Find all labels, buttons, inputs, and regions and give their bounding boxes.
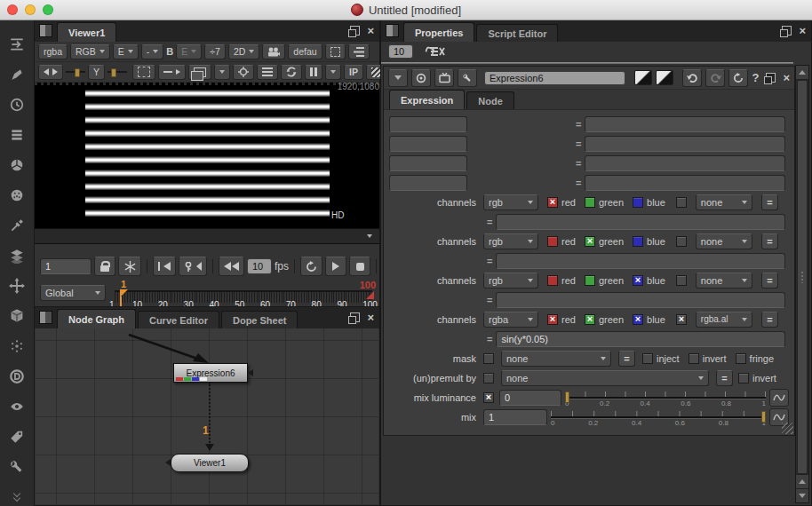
scroll-up-button-bottom[interactable] (796, 474, 808, 488)
red-checkbox[interactable]: × (547, 314, 558, 325)
slider-handle[interactable] (565, 391, 569, 403)
alpha-checkbox[interactable]: × (676, 314, 687, 325)
crosshair-button[interactable] (233, 65, 254, 80)
gamma-slider[interactable] (107, 67, 127, 76)
extra-channel-dropdown[interactable]: none (696, 273, 752, 289)
close-panel-icon[interactable]: × (799, 27, 806, 36)
toolbar-deep-icon[interactable] (6, 366, 28, 387)
input-b-dropdown[interactable]: E (176, 44, 202, 59)
toolbar-transform-icon[interactable] (6, 275, 28, 296)
channel-set-dropdown[interactable]: rgb (483, 194, 538, 210)
var-name-input[interactable] (389, 155, 467, 171)
mask-expression-button[interactable]: = (618, 351, 635, 367)
mask-channel-dropdown[interactable]: none (501, 351, 611, 367)
extra-channel-dropdown[interactable]: none (696, 194, 752, 210)
toolbar-views-icon[interactable] (6, 396, 28, 417)
refresh-button[interactable] (281, 65, 302, 80)
blue-checkbox[interactable]: × (633, 275, 643, 286)
range-end-marker[interactable] (366, 291, 374, 299)
node-viewer1[interactable]: Viewer1 (171, 454, 249, 472)
play-backward-button[interactable] (219, 257, 244, 276)
close-node-panel-icon[interactable]: × (783, 74, 790, 83)
expression-input-0[interactable] (496, 214, 785, 230)
mix-luminance-slider[interactable]: 00.20.40.60.81 (565, 390, 766, 406)
green-checkbox[interactable]: × (585, 236, 595, 247)
var-value-input[interactable] (585, 116, 785, 132)
red-checkbox[interactable]: × (547, 197, 558, 208)
blue-checkbox[interactable] (633, 197, 643, 208)
camera-button[interactable] (262, 44, 285, 59)
toolbar-image-icon[interactable] (6, 34, 28, 55)
fps-input[interactable] (247, 258, 272, 274)
toolbar-keyer-icon[interactable] (6, 215, 28, 236)
expression-edit-button[interactable]: = (761, 273, 778, 289)
green-checkbox[interactable]: × (585, 314, 595, 325)
tab-curve-editor[interactable]: Curve Editor (138, 311, 219, 328)
expression-edit-button[interactable]: = (761, 233, 778, 249)
view-dimension-dropdown[interactable]: 2D (228, 44, 259, 59)
invert-mask-checkbox[interactable] (689, 353, 699, 364)
panel-menu-icon[interactable] (39, 311, 52, 324)
mix-luminance-input[interactable] (499, 390, 561, 406)
viewer-input-arrow-icon[interactable] (165, 459, 171, 466)
extra-channel-checkbox[interactable] (676, 275, 687, 286)
lock-range-button[interactable] (94, 257, 115, 276)
var-value-input[interactable] (585, 155, 785, 171)
expression-edit-button[interactable]: = (761, 312, 778, 328)
tab-script-editor[interactable]: Script Editor (476, 24, 558, 42)
luminance-button[interactable]: Y (88, 65, 105, 80)
expression-edit-button[interactable]: = (761, 194, 778, 210)
max-panels-input[interactable] (388, 44, 413, 59)
wipe-mode-dropdown[interactable]: - (141, 44, 164, 59)
mix-luminance-curve-button[interactable] (769, 389, 789, 407)
toolbar-merge-icon[interactable] (6, 245, 28, 266)
roi-select-button[interactable] (132, 65, 155, 80)
viewer-lut-dropdown[interactable]: defau (288, 44, 322, 59)
proxy-button[interactable] (188, 65, 211, 80)
panel-color-swatch[interactable] (656, 70, 673, 85)
previous-keyframe-button[interactable] (179, 257, 207, 276)
expression-input-1[interactable] (496, 253, 785, 269)
input-a-dropdown[interactable]: E (113, 44, 139, 59)
properties-scrollbar[interactable] (795, 65, 809, 503)
mask-checkbox[interactable] (483, 353, 494, 364)
layer-dropdown[interactable]: rgba (38, 44, 68, 59)
red-checkbox[interactable] (547, 236, 558, 247)
revert-button[interactable] (728, 69, 748, 87)
channel-set-dropdown[interactable]: rgb (483, 273, 538, 289)
nodegraph-canvas[interactable]: 1 Expression6 Viewer1 (36, 328, 378, 504)
channel-set-dropdown[interactable]: rgba (483, 312, 538, 328)
toolbar-channel-icon[interactable] (6, 124, 28, 146)
stop-button[interactable] (349, 257, 370, 276)
toolbar-draw-icon[interactable] (6, 64, 28, 85)
mix-slider[interactable]: 00.20.40.60.81 (551, 409, 766, 425)
premult-channel-dropdown[interactable]: none (501, 370, 709, 386)
toolbar-more-chevron-icon[interactable] (12, 494, 22, 499)
downrez-dropdown[interactable]: ÷7 (204, 44, 226, 59)
tab-node-graph[interactable]: Node Graph (57, 309, 136, 328)
toolbar-3d-icon[interactable] (6, 305, 28, 327)
viewer-canvas[interactable]: 1920,1080 HD (35, 83, 379, 228)
extra-channel-dropdown[interactable]: none (696, 233, 752, 249)
float-panel-icon[interactable] (350, 26, 360, 36)
panel-menu-icon[interactable] (39, 24, 52, 37)
tab-dope-sheet[interactable]: Dope Sheet (221, 311, 299, 328)
panel-collapse-button[interactable] (388, 69, 408, 87)
extra-channel-checkbox[interactable] (676, 197, 687, 208)
input-process-button[interactable]: IP (344, 65, 363, 80)
close-panel-icon[interactable]: × (367, 313, 374, 322)
frame-range-mode-dropdown[interactable]: Global (40, 285, 106, 301)
close-panel-icon[interactable]: × (367, 27, 374, 36)
var-value-input[interactable] (585, 136, 785, 152)
help-button[interactable]: ? (752, 71, 759, 84)
loop-mode-button[interactable] (300, 257, 322, 276)
invert-premult-checkbox[interactable] (738, 373, 749, 383)
play-forward-button[interactable] (325, 257, 346, 276)
var-name-input[interactable] (389, 116, 467, 132)
premult-checkbox[interactable] (483, 373, 494, 383)
tab-properties[interactable]: Properties (403, 22, 474, 42)
mask-input-arrow-icon[interactable] (248, 369, 253, 376)
toolbar-color-icon[interactable] (6, 154, 28, 176)
scanlines-button[interactable] (257, 65, 278, 80)
premult-expression-button[interactable]: = (716, 370, 733, 386)
